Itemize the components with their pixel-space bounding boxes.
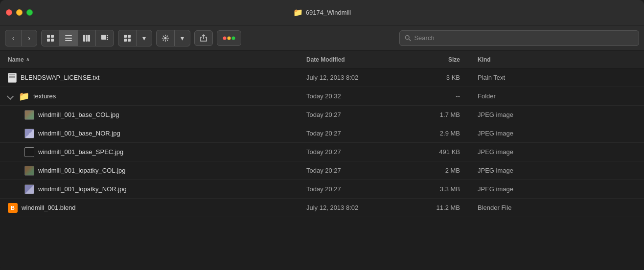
window-title-area: 📁 69174_Windmill <box>293 8 351 17</box>
jpeg-thumbnail-icon <box>24 110 34 120</box>
file-date: Today 20:27 <box>299 167 406 174</box>
file-kind: Blender File <box>470 204 644 211</box>
view-mode-buttons <box>41 30 114 46</box>
view-icon-button[interactable] <box>42 30 59 46</box>
file-kind: Plain Text <box>470 74 644 81</box>
svg-rect-15 <box>128 35 131 38</box>
file-size: 3.3 MB <box>406 185 470 193</box>
file-name-cell: 📁 textures <box>0 91 299 102</box>
gear-button[interactable] <box>157 30 174 46</box>
file-size: 491 KB <box>406 148 470 156</box>
svg-rect-8 <box>86 35 88 42</box>
file-size: 1.7 MB <box>406 111 470 118</box>
file-list: BLENDSWAP_LICENSE.txt July 12, 2013 8:02… <box>0 68 644 270</box>
chevron-down-icon <box>7 92 14 99</box>
file-date: Today 20:32 <box>299 92 406 100</box>
svg-point-23 <box>405 35 409 39</box>
view-group-button[interactable] <box>118 30 136 46</box>
table-row[interactable]: windmill_001_lopatky_COL.jpg Today 20:27… <box>0 161 644 180</box>
table-row[interactable]: B windmill_001.blend July 12, 2013 8:02 … <box>0 199 644 217</box>
file-kind: JPEG image <box>470 148 644 156</box>
blend-file-icon: B <box>8 203 18 213</box>
table-row[interactable]: windmill_001_lopatky_NOR.jpg Today 20:27… <box>0 180 644 199</box>
svg-point-20 <box>223 36 227 40</box>
svg-line-24 <box>409 39 411 41</box>
file-size: 2 MB <box>406 167 470 174</box>
file-kind: JPEG image <box>470 130 644 137</box>
jpeg-thumbnail-icon <box>24 184 34 194</box>
table-row[interactable]: BLENDSWAP_LICENSE.txt July 12, 2013 8:02… <box>0 68 644 87</box>
jpeg-thumbnail-icon <box>24 147 34 157</box>
gear-dropdown-button[interactable]: ▾ <box>174 30 190 46</box>
file-name-cell: windmill_001_base_COL.jpg <box>0 110 299 120</box>
forward-button[interactable]: › <box>21 30 37 46</box>
action-buttons: ▾ <box>156 30 190 46</box>
search-input[interactable] <box>414 34 634 42</box>
view-column-button[interactable] <box>77 30 95 46</box>
col-header-name[interactable]: Name ∧ <box>0 51 299 68</box>
svg-rect-2 <box>47 39 50 42</box>
jpeg-thumbnail-icon <box>24 129 34 138</box>
table-row[interactable]: windmill_001_base_COL.jpg Today 20:27 1.… <box>0 106 644 124</box>
search-bar[interactable] <box>399 30 639 46</box>
sort-arrow-icon: ∧ <box>26 57 29 62</box>
view-cover-button[interactable] <box>95 30 114 46</box>
svg-rect-7 <box>83 35 85 42</box>
window-title: 69174_Windmill <box>306 9 351 16</box>
col-header-kind[interactable]: Kind <box>470 51 644 68</box>
svg-rect-14 <box>124 35 127 38</box>
svg-rect-16 <box>124 39 127 42</box>
file-name: windmill_001_base_SPEC.jpg <box>38 148 123 156</box>
svg-rect-1 <box>51 35 54 38</box>
file-name: textures <box>33 92 56 100</box>
view-list-button[interactable] <box>59 30 77 46</box>
group-dropdown-button[interactable]: ▾ <box>136 30 152 46</box>
file-size: 3 KB <box>406 74 470 81</box>
svg-point-21 <box>228 36 231 40</box>
svg-rect-11 <box>107 35 108 36</box>
svg-rect-3 <box>51 39 54 42</box>
share-button[interactable] <box>194 30 213 46</box>
file-name: windmill_001_base_COL.jpg <box>38 111 119 118</box>
table-row[interactable]: windmill_001_base_SPEC.jpg Today 20:27 4… <box>0 143 644 161</box>
file-date: Today 20:27 <box>299 111 406 118</box>
col-header-date[interactable]: Date Modified <box>299 51 406 68</box>
file-name-cell: windmill_001_lopatky_NOR.jpg <box>0 184 299 194</box>
traffic-lights <box>6 9 33 16</box>
svg-rect-0 <box>47 35 50 38</box>
maximize-button[interactable] <box>26 9 33 16</box>
file-name: windmill_001_lopatky_COL.jpg <box>38 167 126 174</box>
file-name-cell: windmill_001_lopatky_COL.jpg <box>0 166 299 176</box>
file-kind: JPEG image <box>470 185 644 193</box>
file-size: 11.2 MB <box>406 204 470 211</box>
svg-rect-4 <box>65 35 72 36</box>
table-row[interactable]: windmill_001_base_NOR.jpg Today 20:27 2.… <box>0 124 644 143</box>
tag-button[interactable] <box>217 30 241 46</box>
search-icon <box>405 35 411 42</box>
file-name: windmill_001.blend <box>22 204 76 211</box>
close-button[interactable] <box>6 9 12 16</box>
svg-rect-6 <box>65 40 72 41</box>
file-date: Today 20:27 <box>299 130 406 137</box>
file-name-cell: B windmill_001.blend <box>0 203 299 213</box>
col-header-size[interactable]: Size <box>406 51 470 68</box>
file-name: windmill_001_lopatky_NOR.jpg <box>38 185 127 193</box>
folder-icon: 📁 <box>19 91 29 102</box>
file-date: July 12, 2013 8:02 <box>299 74 406 81</box>
folder-icon: 📁 <box>293 8 303 17</box>
file-size: -- <box>406 92 470 100</box>
file-name-cell: windmill_001_base_NOR.jpg <box>0 129 299 138</box>
file-date: Today 20:27 <box>299 185 406 193</box>
file-date: July 12, 2013 8:02 <box>299 204 406 211</box>
file-name-cell: BLENDSWAP_LICENSE.txt <box>0 73 299 83</box>
jpeg-thumbnail-icon <box>24 166 34 176</box>
back-button[interactable]: ‹ <box>5 30 21 46</box>
file-name: BLENDSWAP_LICENSE.txt <box>21 74 99 81</box>
minimize-button[interactable] <box>16 9 23 16</box>
file-name-cell: windmill_001_base_SPEC.jpg <box>0 147 299 157</box>
file-kind: JPEG image <box>470 167 644 174</box>
table-row[interactable]: 📁 textures Today 20:32 -- Folder <box>0 87 644 106</box>
group-sort-buttons: ▾ <box>118 30 152 46</box>
svg-point-18 <box>164 37 167 39</box>
main-content: Name ∧ Date Modified Size Kind BLENDSWAP… <box>0 51 644 270</box>
